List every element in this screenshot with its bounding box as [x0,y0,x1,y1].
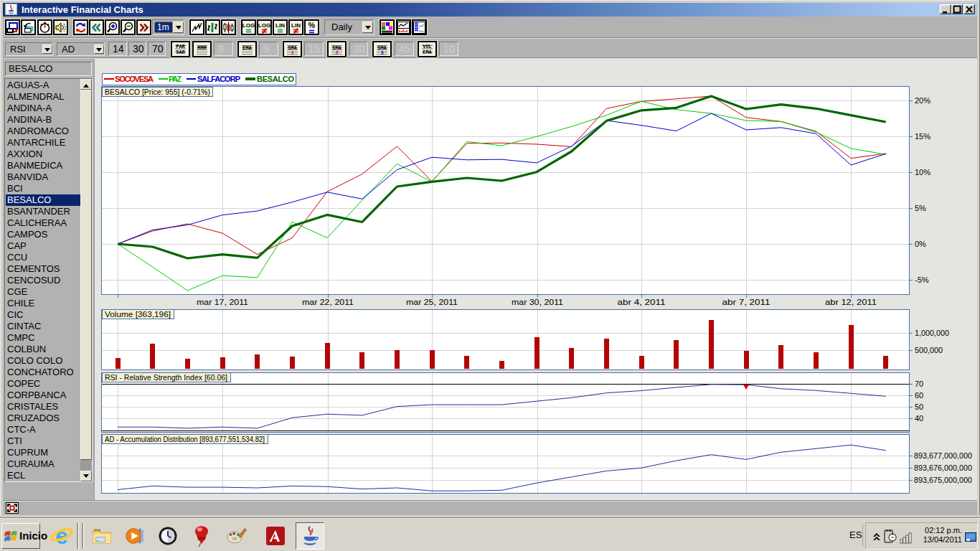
svg-text:70: 70 [915,380,923,388]
svg-text:0%: 0% [915,240,926,248]
svg-text:SALFACORP: SALFACORP [197,75,240,83]
svg-text:20%: 20% [915,96,930,105]
svg-text:893,677,000,000: 893,677,000,000 [914,451,972,460]
svg-text:5%: 5% [915,204,926,212]
svg-text:60: 60 [915,391,923,400]
svg-text:893,676,000,000: 893,676,000,000 [914,463,972,472]
svg-text:LIN: LIN [275,22,285,29]
svg-text:VOL: VOL [423,44,432,50]
svg-text:abr 4, 2011: abr 4, 2011 [618,298,666,306]
svg-text:15%: 15% [915,132,930,141]
svg-text:PAR: PAR [176,44,185,50]
svg-text:BESALCO [Price: 955] (-0.71%): BESALCO [Price: 955] (-0.71%) [105,88,210,96]
svg-text:abr 7, 2011: abr 7, 2011 [722,298,771,306]
svg-text:893,675,000,000: 893,675,000,000 [914,476,972,484]
svg-text:1: 1 [291,50,293,55]
svg-text:abr 12, 2011: abr 12, 2011 [825,298,877,306]
svg-text:10%: 10% [915,168,930,176]
svg-text:Volume [363,196]: Volume [363,196] [105,310,171,319]
svg-text:1,000,000: 1,000,000 [915,329,949,337]
svg-text:SOCOVESA: SOCOVESA [115,75,154,83]
svg-text:AD - Accumulation Distribution: AD - Accumulation Distribution [893,677,… [105,435,265,443]
svg-text:mar 30, 2011: mar 30, 2011 [512,298,563,306]
svg-text:SAR: SAR [176,50,185,55]
svg-text:EMA: EMA [423,50,432,55]
svg-text:500,000: 500,000 [915,346,943,354]
svg-text:PAZ: PAZ [169,75,182,83]
svg-text:LIN: LIN [291,22,301,29]
svg-text:mar 22, 2011: mar 22, 2011 [302,298,354,306]
svg-text:BESALCO: BESALCO [257,75,294,83]
svg-text:50: 50 [915,402,923,411]
svg-text:%: % [308,22,316,29]
svg-text:MMM: MMM [197,45,207,51]
svg-text:40: 40 [915,414,923,423]
svg-text:mar 17, 2011: mar 17, 2011 [197,298,248,306]
svg-text:LOG: LOG [258,22,270,29]
svg-text:3: 3 [380,50,383,55]
svg-text:RSI - Relative Strength Index: RSI - Relative Strength Index [60.06] [105,373,227,382]
svg-text:-5%: -5% [915,276,929,284]
svg-text:LOG: LOG [242,22,255,29]
svg-text:mar 25, 2011: mar 25, 2011 [406,298,458,306]
svg-text:EMA: EMA [242,45,252,51]
svg-text:2: 2 [335,50,338,55]
